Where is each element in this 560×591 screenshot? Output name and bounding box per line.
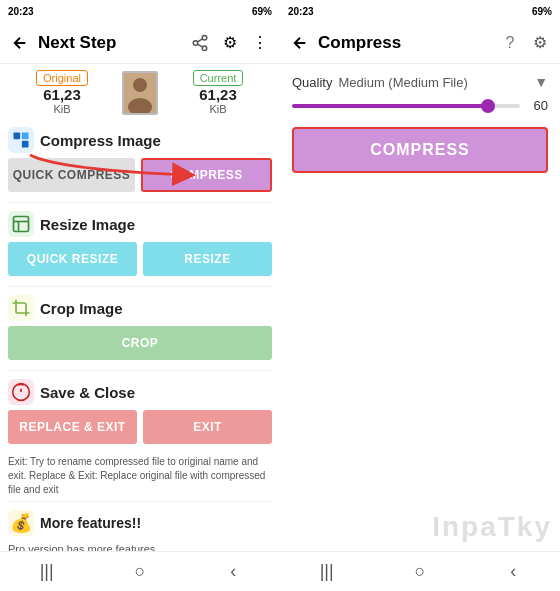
exit-button[interactable]: EXIT bbox=[143, 410, 272, 444]
resize-button[interactable]: RESIZE bbox=[143, 242, 272, 276]
exit-note: Exit: Try to rename compressed file to o… bbox=[0, 452, 280, 499]
right-nav-back[interactable]: ‹ bbox=[497, 556, 529, 588]
right-back-button[interactable] bbox=[288, 31, 312, 55]
svg-line-3 bbox=[197, 44, 202, 47]
right-compress-button[interactable]: COMPRESS bbox=[292, 127, 548, 173]
current-value: 61,23 bbox=[199, 86, 237, 103]
left-nav-home[interactable]: ○ bbox=[124, 556, 156, 588]
quality-value: Medium (Medium File) bbox=[338, 75, 528, 90]
resize-header: Resize Image bbox=[8, 211, 272, 237]
svg-rect-8 bbox=[14, 133, 21, 140]
compress-section-icon bbox=[8, 127, 34, 153]
image-info-row: Original 61,23 KiB Current 61,23 KiB bbox=[0, 64, 280, 121]
more-line-0: Pro version has more features.. bbox=[8, 541, 272, 551]
left-battery: 69% bbox=[252, 6, 272, 17]
divider-1 bbox=[8, 202, 272, 203]
right-nav-home[interactable]: ○ bbox=[404, 556, 436, 588]
left-nav-recents[interactable]: ||| bbox=[31, 556, 63, 588]
slider-container: 60 bbox=[280, 94, 560, 115]
crop-section-icon bbox=[8, 295, 34, 321]
compress-btn-row: QUICK COMPRESS COMPRESS bbox=[8, 158, 272, 192]
svg-point-2 bbox=[202, 46, 207, 51]
right-battery: 69% bbox=[532, 6, 552, 17]
left-scroll-content: Compress Image QUICK COMPRESS COMPRESS R… bbox=[0, 121, 280, 551]
replace-exit-button[interactable]: REPLACE & EXIT bbox=[8, 410, 137, 444]
compress-header: Compress Image bbox=[8, 127, 272, 153]
crop-section: Crop Image CROP bbox=[0, 289, 280, 368]
save-title: Save & Close bbox=[40, 384, 135, 401]
more-features-text: Pro version has more features.. 1. No li… bbox=[8, 541, 272, 551]
compress-button[interactable]: COMPRESS bbox=[141, 158, 272, 192]
quality-row: Quality Medium (Medium File) ▼ bbox=[280, 64, 560, 94]
right-panel: 20:23 69% Compress ? ⚙ Quality Medium (M… bbox=[280, 0, 560, 591]
resize-section: Resize Image QUICK RESIZE RESIZE bbox=[0, 205, 280, 284]
more-features-icon: 💰 bbox=[8, 510, 34, 536]
save-section: Save & Close REPLACE & EXIT EXIT bbox=[0, 373, 280, 452]
resize-title: Resize Image bbox=[40, 216, 135, 233]
slider-value: 60 bbox=[528, 98, 548, 113]
svg-point-1 bbox=[193, 40, 198, 45]
crop-btn-row: CROP bbox=[8, 326, 272, 360]
slider-thumb bbox=[481, 99, 495, 113]
left-nav-back[interactable]: ‹ bbox=[217, 556, 249, 588]
right-time: 20:23 bbox=[288, 6, 314, 17]
more-features-header: 💰 More features!! bbox=[8, 510, 272, 536]
right-nav-title: Compress bbox=[318, 33, 492, 53]
divider-4 bbox=[8, 501, 272, 502]
current-info: Current 61,23 KiB bbox=[164, 70, 272, 115]
original-value: 61,23 bbox=[43, 86, 81, 103]
quick-compress-button[interactable]: QUICK COMPRESS bbox=[8, 158, 135, 192]
save-btn-row: REPLACE & EXIT EXIT bbox=[8, 410, 272, 444]
left-status-bar: 20:23 69% bbox=[0, 0, 280, 22]
right-bottom-nav: ||| ○ ‹ bbox=[280, 551, 560, 591]
right-status-bar: 20:23 69% bbox=[280, 0, 560, 22]
watermark: InpaTky bbox=[280, 503, 560, 551]
left-bottom-nav: ||| ○ ‹ bbox=[0, 551, 280, 591]
svg-rect-10 bbox=[14, 217, 29, 232]
original-unit: KiB bbox=[53, 103, 70, 115]
right-spacer bbox=[280, 185, 560, 503]
right-nav-recents[interactable]: ||| bbox=[311, 556, 343, 588]
compress-section: Compress Image QUICK COMPRESS COMPRESS bbox=[0, 121, 280, 200]
current-label: Current bbox=[193, 70, 244, 86]
more-features-section: 💰 More features!! Pro version has more f… bbox=[0, 504, 280, 551]
right-settings-icon[interactable]: ⚙ bbox=[528, 31, 552, 55]
left-top-nav: Next Step ⚙ ⋮ bbox=[0, 22, 280, 64]
more-features-title: More features!! bbox=[40, 515, 141, 531]
original-label: Original bbox=[36, 70, 88, 86]
svg-rect-9 bbox=[22, 141, 29, 148]
right-top-nav: Compress ? ⚙ bbox=[280, 22, 560, 64]
thumbnail-image bbox=[122, 71, 158, 115]
save-header: Save & Close bbox=[8, 379, 272, 405]
quality-dropdown-arrow[interactable]: ▼ bbox=[534, 74, 548, 90]
crop-button[interactable]: CROP bbox=[8, 326, 272, 360]
divider-2 bbox=[8, 286, 272, 287]
divider-3 bbox=[8, 370, 272, 371]
svg-point-0 bbox=[202, 35, 207, 40]
compress-title: Compress Image bbox=[40, 132, 161, 149]
crop-title: Crop Image bbox=[40, 300, 123, 317]
more-icon[interactable]: ⋮ bbox=[248, 31, 272, 55]
settings-icon[interactable]: ⚙ bbox=[218, 31, 242, 55]
svg-line-4 bbox=[197, 38, 202, 41]
share-icon[interactable] bbox=[188, 31, 212, 55]
resize-section-icon bbox=[8, 211, 34, 237]
svg-point-6 bbox=[133, 78, 147, 92]
right-help-icon[interactable]: ? bbox=[498, 31, 522, 55]
left-nav-title: Next Step bbox=[38, 33, 182, 53]
quick-resize-button[interactable]: QUICK RESIZE bbox=[8, 242, 137, 276]
quality-slider[interactable] bbox=[292, 104, 520, 108]
original-info: Original 61,23 KiB bbox=[8, 70, 116, 115]
resize-btn-row: QUICK RESIZE RESIZE bbox=[8, 242, 272, 276]
current-unit: KiB bbox=[209, 103, 226, 115]
left-time: 20:23 bbox=[8, 6, 34, 17]
save-section-icon bbox=[8, 379, 34, 405]
left-back-button[interactable] bbox=[8, 31, 32, 55]
crop-header: Crop Image bbox=[8, 295, 272, 321]
quality-label: Quality bbox=[292, 75, 332, 90]
